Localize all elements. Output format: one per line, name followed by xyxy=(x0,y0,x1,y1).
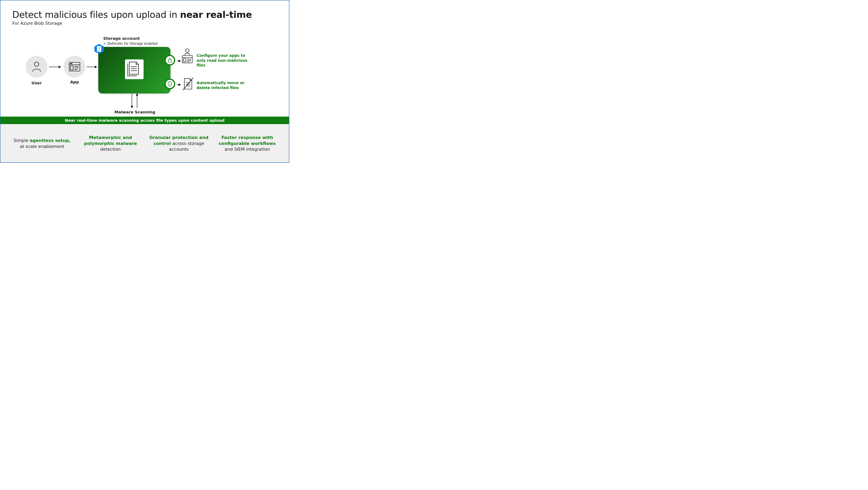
feature-highlight: Faster response with configurable workfl… xyxy=(219,135,276,146)
user-node xyxy=(26,56,48,78)
outcome-configure-text: Configure your apps to only read non-mal… xyxy=(196,53,252,68)
svg-rect-20 xyxy=(184,59,186,62)
document-icon xyxy=(125,59,144,79)
configure-apps-icon xyxy=(180,48,194,64)
feature-post: detection xyxy=(100,147,121,152)
arrow-user-to-app xyxy=(49,67,61,67)
banner-text: Near real-time malware scanning across f… xyxy=(65,118,225,123)
malware-scanning-label: Malware Scanning xyxy=(111,110,159,114)
svg-point-4 xyxy=(71,63,72,64)
slide-header: Detect malicious files upon upload in ne… xyxy=(12,9,252,26)
feature-granular: Granular protection and control across s… xyxy=(148,135,210,152)
arrow-scan-to-storage xyxy=(137,93,137,108)
storage-account-label: Storage account xyxy=(103,36,140,41)
user-label: User xyxy=(26,81,48,85)
feature-workflows: Faster response with configurable workfl… xyxy=(217,135,278,152)
feature-pre: Simple xyxy=(13,138,30,143)
user-icon xyxy=(32,61,41,72)
slide-subtitle: For Azure Blob Storage xyxy=(12,21,252,26)
slide-frame: Detect malicious files upon upload in ne… xyxy=(0,0,289,163)
shield-icon xyxy=(167,81,172,87)
arrow-to-delete xyxy=(177,85,181,85)
feature-highlight: agentless setup, xyxy=(30,138,71,143)
svg-text:01: 01 xyxy=(98,49,100,51)
svg-point-25 xyxy=(170,85,170,85)
app-label: App xyxy=(64,80,86,84)
arrow-to-configure xyxy=(177,61,181,61)
arrow-storage-to-scan xyxy=(132,93,132,108)
feature-polymorphic: Metamorphic and polymorphic malware dete… xyxy=(80,135,141,152)
banner-bar: Near real-time malware scanning across f… xyxy=(0,117,289,124)
feature-post: across storage accounts xyxy=(169,141,204,152)
flow-diagram: User App Storage account ✔ Defender for … xyxy=(0,36,289,115)
outcome-delete-text: Automatically move or delete infected fi… xyxy=(196,80,252,90)
svg-point-17 xyxy=(186,49,189,53)
lock-icon xyxy=(167,58,172,63)
feature-post: and SIEM integration xyxy=(224,147,270,152)
lock-badge xyxy=(164,55,175,65)
delete-file-icon xyxy=(182,77,194,91)
svg-point-3 xyxy=(70,63,71,64)
defender-enabled-label: ✔ Defender for Storage enabled xyxy=(103,41,158,46)
shield-badge xyxy=(164,79,175,89)
title-text-bold: near real-time xyxy=(180,9,252,20)
feature-agentless: Simple agentless setup, at scale enablem… xyxy=(11,138,73,149)
features-row: Simple agentless setup, at scale enablem… xyxy=(0,124,289,162)
feature-post: at scale enablement xyxy=(20,144,64,149)
feature-highlight: Metamorphic and polymorphic malware xyxy=(84,135,137,146)
binary-hex-icon: 10 01 xyxy=(94,44,104,54)
svg-rect-16 xyxy=(168,60,172,62)
arrow-app-to-storage xyxy=(87,67,97,67)
slide-title: Detect malicious files upon upload in ne… xyxy=(12,9,252,20)
app-icon xyxy=(69,62,80,71)
app-node xyxy=(64,56,86,78)
svg-text:10: 10 xyxy=(98,47,100,49)
defender-enabled-text: Defender for Storage enabled xyxy=(107,41,158,46)
svg-rect-5 xyxy=(70,66,73,70)
svg-point-0 xyxy=(34,62,39,66)
title-text-plain: Detect malicious files upon upload in xyxy=(12,9,180,20)
